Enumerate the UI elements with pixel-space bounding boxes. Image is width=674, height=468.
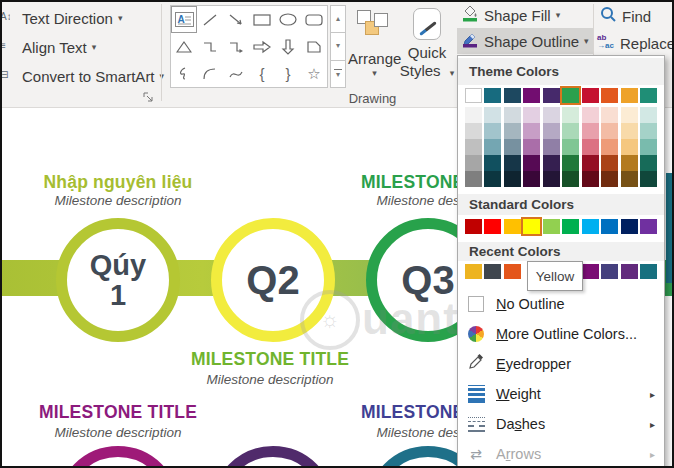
theme-color-swatch[interactable] bbox=[484, 88, 501, 103]
gallery-more-button[interactable]: ▾ bbox=[330, 61, 346, 88]
theme-variant-swatch[interactable] bbox=[601, 155, 618, 171]
milestone-description[interactable]: Milestone description bbox=[160, 372, 380, 387]
shape-fill-button[interactable]: Shape Fill ▾ bbox=[457, 3, 593, 27]
theme-variant-swatch[interactable] bbox=[582, 155, 599, 171]
theme-variant-swatch[interactable] bbox=[562, 155, 579, 171]
theme-color-swatch[interactable] bbox=[601, 88, 618, 103]
align-text-button[interactable]: ≡ Align Text ▾ bbox=[0, 35, 96, 59]
standard-color-swatch[interactable] bbox=[601, 219, 618, 234]
quick-styles-button[interactable]: Quick Styles ▾ bbox=[398, 2, 456, 90]
recent-color-swatch[interactable] bbox=[484, 264, 501, 279]
shape-elbow-connector[interactable] bbox=[197, 33, 223, 60]
theme-variant-swatch[interactable] bbox=[621, 123, 638, 139]
theme-variant-swatch[interactable] bbox=[601, 123, 618, 139]
theme-variant-swatch[interactable] bbox=[465, 155, 482, 171]
standard-color-swatch[interactable] bbox=[562, 219, 579, 234]
gallery-scroll-up-button[interactable]: ▴ bbox=[330, 5, 346, 33]
theme-variant-swatch[interactable] bbox=[621, 155, 638, 171]
shape-right-brace[interactable]: } bbox=[275, 60, 301, 87]
find-button[interactable]: Find bbox=[599, 4, 651, 28]
theme-variant-swatch[interactable] bbox=[523, 139, 540, 155]
shape-down-arrow[interactable] bbox=[275, 33, 301, 60]
milestone-title[interactable]: MILESTONE TITLE bbox=[160, 349, 380, 370]
standard-color-swatch[interactable] bbox=[484, 219, 501, 234]
shape-oval[interactable] bbox=[275, 6, 301, 33]
theme-variant-swatch[interactable] bbox=[504, 107, 521, 123]
theme-variant-swatch[interactable] bbox=[582, 107, 599, 123]
theme-color-swatch[interactable] bbox=[504, 88, 521, 103]
theme-variant-swatch[interactable] bbox=[640, 107, 657, 123]
bottom-circle[interactable] bbox=[56, 446, 180, 468]
theme-variant-swatch[interactable] bbox=[562, 107, 579, 123]
shape-rounded-rectangle[interactable] bbox=[301, 6, 327, 33]
theme-variant-swatch[interactable] bbox=[562, 171, 579, 187]
menu-item-more-outline-colors[interactable]: More Outline Colors... bbox=[458, 319, 664, 349]
theme-variant-swatch[interactable] bbox=[621, 139, 638, 155]
menu-item-weight[interactable]: Weight▸ bbox=[458, 379, 664, 409]
shape-snip-shape[interactable] bbox=[301, 33, 327, 60]
theme-color-swatch[interactable] bbox=[621, 88, 638, 103]
paragraph-dialog-launcher[interactable] bbox=[143, 90, 155, 102]
theme-variant-swatch[interactable] bbox=[562, 139, 579, 155]
theme-variant-swatch[interactable] bbox=[621, 171, 638, 187]
shape-left-brace[interactable]: { bbox=[249, 60, 275, 87]
milestone-title[interactable]: Nhập nguyên liệu bbox=[8, 172, 228, 193]
text-direction-button[interactable]: A↕ Text Direction ▾ bbox=[0, 6, 122, 30]
theme-variant-swatch[interactable] bbox=[523, 171, 540, 187]
theme-variant-swatch[interactable] bbox=[465, 171, 482, 187]
theme-variant-swatch[interactable] bbox=[484, 107, 501, 123]
shape-line[interactable] bbox=[197, 6, 223, 33]
quarter-1-circle[interactable]: Qúy 1 bbox=[56, 218, 180, 342]
theme-variant-swatch[interactable] bbox=[543, 139, 560, 155]
theme-variant-swatch[interactable] bbox=[640, 155, 657, 171]
milestone-title[interactable]: MILESTONE TITLE bbox=[8, 402, 228, 423]
standard-color-swatch[interactable] bbox=[621, 219, 638, 234]
theme-variant-swatch[interactable] bbox=[582, 139, 599, 155]
recent-color-swatch[interactable] bbox=[621, 264, 638, 279]
shape-elbow-arrow-connector[interactable] bbox=[223, 33, 249, 60]
theme-color-swatch[interactable] bbox=[562, 88, 579, 103]
theme-variant-swatch[interactable] bbox=[465, 139, 482, 155]
theme-variant-swatch[interactable] bbox=[582, 171, 599, 187]
shape-curve[interactable] bbox=[223, 60, 249, 87]
theme-variant-swatch[interactable] bbox=[543, 107, 560, 123]
theme-color-swatch[interactable] bbox=[640, 88, 657, 103]
standard-color-swatch[interactable] bbox=[465, 219, 482, 234]
arrange-button[interactable]: Arrange ▾ bbox=[348, 2, 396, 90]
standard-color-swatch[interactable] bbox=[640, 219, 657, 234]
shape-star[interactable]: ☆ bbox=[301, 60, 327, 87]
theme-variant-swatch[interactable] bbox=[640, 171, 657, 187]
theme-color-swatch[interactable] bbox=[465, 88, 482, 103]
theme-variant-swatch[interactable] bbox=[484, 123, 501, 139]
milestone-description[interactable]: Milestone description bbox=[8, 425, 228, 440]
theme-variant-swatch[interactable] bbox=[621, 107, 638, 123]
theme-variant-swatch[interactable] bbox=[504, 155, 521, 171]
standard-color-swatch[interactable] bbox=[523, 219, 540, 234]
replace-button[interactable]: ab→ac Replace bbox=[597, 31, 674, 55]
theme-variant-swatch[interactable] bbox=[562, 123, 579, 139]
shape-text-box[interactable]: A bbox=[171, 6, 197, 33]
menu-item-no-outline[interactable]: No Outline bbox=[458, 289, 664, 319]
theme-variant-swatch[interactable] bbox=[484, 139, 501, 155]
theme-variant-swatch[interactable] bbox=[465, 123, 482, 139]
theme-variant-swatch[interactable] bbox=[504, 123, 521, 139]
theme-color-swatch[interactable] bbox=[543, 88, 560, 103]
theme-color-swatch[interactable] bbox=[523, 88, 540, 103]
theme-variant-swatch[interactable] bbox=[523, 107, 540, 123]
gallery-scroll-down-button[interactable]: ▾ bbox=[330, 33, 346, 60]
theme-variant-swatch[interactable] bbox=[543, 155, 560, 171]
theme-variant-swatch[interactable] bbox=[504, 139, 521, 155]
theme-variant-swatch[interactable] bbox=[504, 171, 521, 187]
shape-triangle[interactable] bbox=[171, 33, 197, 60]
standard-color-swatch[interactable] bbox=[504, 219, 521, 234]
theme-variant-swatch[interactable] bbox=[543, 123, 560, 139]
recent-color-swatch[interactable] bbox=[601, 264, 618, 279]
theme-variant-swatch[interactable] bbox=[601, 171, 618, 187]
shape-right-arrow[interactable] bbox=[249, 33, 275, 60]
theme-variant-swatch[interactable] bbox=[523, 123, 540, 139]
theme-variant-swatch[interactable] bbox=[465, 107, 482, 123]
recent-color-swatch[interactable] bbox=[582, 264, 599, 279]
theme-variant-swatch[interactable] bbox=[601, 139, 618, 155]
theme-variant-swatch[interactable] bbox=[640, 123, 657, 139]
standard-color-swatch[interactable] bbox=[582, 219, 599, 234]
